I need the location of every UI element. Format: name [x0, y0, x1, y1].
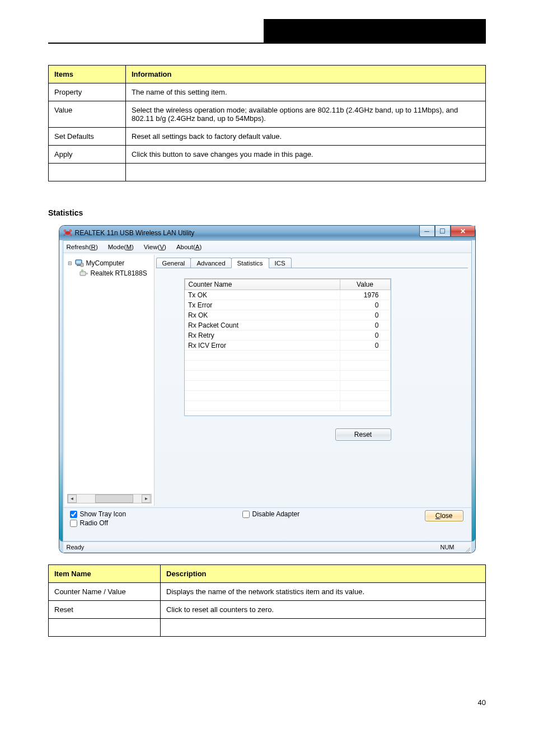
- stats-col-name[interactable]: Counter Name: [185, 279, 340, 290]
- window-titlebar[interactable]: REALTEK 11n USB Wireless LAN Utility ─ ☐…: [59, 226, 475, 240]
- tab-general[interactable]: General: [156, 258, 191, 268]
- close-button[interactable]: Close: [425, 510, 463, 521]
- radio-off-label: Radio Off: [80, 519, 108, 527]
- stats-value-cell: 0: [340, 330, 390, 340]
- stats-value-cell: [340, 401, 390, 411]
- menu-view[interactable]: View(V): [144, 244, 166, 250]
- reset-button[interactable]: Reset: [335, 428, 391, 441]
- tree-adapter[interactable]: Realtek RTL8188S: [78, 268, 153, 278]
- stats-value-cell: [340, 371, 390, 381]
- table-row: ResetClick to reset all counters to zero…: [49, 601, 486, 619]
- list-item[interactable]: [185, 351, 390, 361]
- table-cell-val: The name of this setting item.: [126, 83, 486, 101]
- stats-value-cell: 0: [340, 310, 390, 320]
- table-cell-val: Click this button to save changes you ma…: [126, 146, 486, 164]
- stats-name-cell: [185, 391, 340, 401]
- header-underline: [48, 43, 264, 44]
- window-close-button[interactable]: ✕: [451, 226, 475, 237]
- scroll-right-icon[interactable]: ►: [142, 494, 151, 503]
- stats-name-cell: Rx Packet Count: [185, 320, 340, 330]
- stats-name-cell: [185, 361, 340, 371]
- tab-statistics[interactable]: Statistics: [231, 258, 269, 268]
- stats-name-cell: Rx OK: [185, 310, 340, 320]
- menu-about[interactable]: About(A): [176, 244, 202, 250]
- table-cell-val: Reset all settings back to factory defau…: [126, 128, 486, 146]
- page-header: Chapter 3 | Software Utilities Chapter 3…: [48, 16, 486, 44]
- scrollbar-thumb[interactable]: [95, 494, 133, 503]
- table-cell-val: Click to reset all counters to zero.: [161, 601, 486, 619]
- list-item[interactable]: Rx OK0: [185, 310, 390, 320]
- table-cell-key: [49, 619, 161, 637]
- radio-off-checkbox[interactable]: Radio Off: [70, 519, 127, 527]
- table-cell-val: Displays the name of the network statist…: [161, 583, 486, 601]
- list-item[interactable]: [185, 391, 390, 401]
- svg-rect-10: [86, 273, 88, 274]
- advanced-settings-table: Items Information PropertyThe name of th…: [48, 65, 486, 181]
- device-tree: ⊟ MyComputer Realtek RTL8188S: [65, 255, 154, 506]
- status-left: Ready: [67, 544, 85, 550]
- list-item[interactable]: [185, 381, 390, 391]
- stats-col-value[interactable]: Value: [340, 279, 390, 290]
- stats-name-cell: Rx ICV Error: [185, 340, 340, 351]
- stats-value-cell: 0: [340, 300, 390, 310]
- stats-name-cell: Tx OK: [185, 290, 340, 300]
- list-item[interactable]: [185, 401, 390, 411]
- menu-refresh[interactable]: Refresh(R): [67, 244, 98, 250]
- table-cell-val: [126, 164, 486, 181]
- svg-rect-7: [77, 265, 81, 266]
- list-item[interactable]: Rx Retry0: [185, 330, 390, 340]
- table-row: Set DefaultsReset all settings back to f…: [49, 128, 486, 146]
- list-item[interactable]: Rx Packet Count0: [185, 320, 390, 330]
- table-cell-key: Apply: [49, 146, 126, 164]
- stats-value-cell: 0: [340, 320, 390, 330]
- list-item[interactable]: Tx Error0: [185, 300, 390, 310]
- screenshot-statistics-window: REALTEK 11n USB Wireless LAN Utility ─ ☐…: [59, 225, 476, 553]
- tree-horizontal-scrollbar[interactable]: ◄ ►: [67, 494, 152, 503]
- tab-ics[interactable]: ICS: [269, 258, 292, 268]
- tree-collapse-icon[interactable]: ⊟: [67, 260, 73, 266]
- statistics-description-table: Item Name Description Counter Name / Val…: [48, 564, 486, 637]
- resize-grip-icon[interactable]: [462, 544, 470, 552]
- disable-adapter-checkbox[interactable]: Disable Adapter: [242, 510, 300, 518]
- tree-adapter-label: Realtek RTL8188S: [91, 269, 147, 277]
- show-tray-icon-label: Show Tray Icon: [80, 510, 127, 518]
- list-item[interactable]: Rx ICV Error0: [185, 340, 390, 351]
- statistics-listview[interactable]: Counter Name Value Tx OK1976Tx Error0Rx …: [184, 278, 391, 416]
- adapter-icon: [79, 269, 88, 278]
- table-cell-val: [161, 619, 486, 637]
- maximize-button[interactable]: ☐: [435, 226, 451, 237]
- svg-point-3: [64, 230, 65, 231]
- menu-bar: Refresh(R) Mode(M) View(V) About(A): [63, 241, 471, 253]
- stats-name-cell: [185, 351, 340, 361]
- computer-icon: [75, 259, 84, 268]
- table-row: [49, 619, 486, 637]
- table-cell-key: Counter Name / Value: [49, 583, 161, 601]
- stats-value-cell: 0: [340, 340, 390, 351]
- window-title: REALTEK 11n USB Wireless LAN Utility: [75, 230, 195, 236]
- aero-frame-right: [472, 240, 475, 542]
- table-cell-key: Set Defaults: [49, 128, 126, 146]
- svg-point-4: [70, 230, 71, 231]
- status-bar: Ready NUM: [63, 542, 472, 553]
- stats-name-cell: Rx Retry: [185, 330, 340, 340]
- minimize-button[interactable]: ─: [419, 226, 435, 237]
- menu-mode[interactable]: Mode(M): [108, 244, 134, 250]
- list-item[interactable]: [185, 361, 390, 371]
- table-cell-key: [49, 164, 126, 181]
- tab-advanced[interactable]: Advanced: [190, 258, 231, 268]
- disable-adapter-label: Disable Adapter: [252, 510, 300, 518]
- scroll-left-icon[interactable]: ◄: [68, 494, 77, 503]
- tree-root-label: MyComputer: [86, 259, 125, 267]
- list-item[interactable]: Tx OK1976: [185, 290, 390, 300]
- show-tray-icon-checkbox[interactable]: Show Tray Icon: [70, 510, 127, 518]
- t1-header-items: Items: [49, 66, 126, 83]
- table-cell-key: Value: [49, 101, 126, 128]
- list-item[interactable]: [185, 371, 390, 381]
- bottom-checkbox-bar: Show Tray Icon Radio Off Disable Adapter…: [63, 507, 471, 530]
- table-row: PropertyThe name of this setting item.: [49, 83, 486, 101]
- svg-rect-8: [81, 263, 83, 267]
- stats-value-cell: 1976: [340, 290, 390, 300]
- header-section-title: Chapter 3 | Software Utilities: [48, 32, 147, 41]
- stats-name-cell: [185, 401, 340, 411]
- tree-root[interactable]: ⊟ MyComputer: [66, 258, 153, 268]
